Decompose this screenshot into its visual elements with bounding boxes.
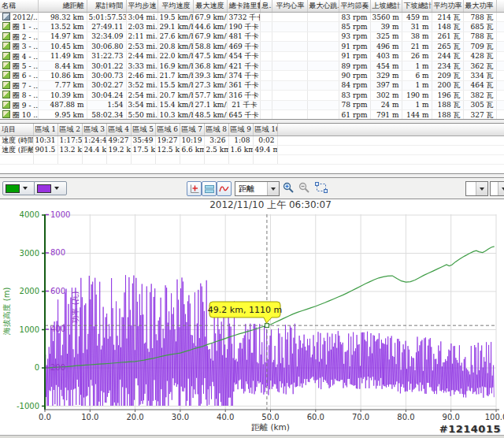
tooltip-text: 49.2 km, 1110 m xyxy=(208,305,282,315)
table-row[interactable]: 圈 6 - ...10.86 km30:00.732:46 mi...21.7 … xyxy=(0,71,504,80)
lap-cell xyxy=(307,80,339,90)
line-graph-button[interactable] xyxy=(217,181,232,196)
column-header[interactable]: 總卡路里數 xyxy=(227,0,260,13)
column-header[interactable]: 區域 6 xyxy=(155,124,180,136)
lap-cell xyxy=(307,100,339,110)
x-tick-label: 30.0 xyxy=(172,413,189,421)
column-header[interactable]: 總距離 xyxy=(38,0,87,13)
table-row[interactable]: 速度 (時間)10:311:17:521:24:4749:2735:4919:2… xyxy=(0,136,504,146)
lap-cell: 261 瓦 xyxy=(432,32,463,41)
empty-cell xyxy=(57,155,82,165)
column-header[interactable]: 上坡總計 xyxy=(370,0,402,13)
lap-cell: 58:02.34 xyxy=(87,110,126,119)
lap-cell: 645 千卡 xyxy=(227,110,260,119)
lap-cell: 26 m xyxy=(402,51,432,61)
column-header[interactable]: 平均功率 xyxy=(432,0,463,13)
column-header[interactable]: 區域 2 xyxy=(57,124,82,136)
column-header[interactable]: 項目 xyxy=(0,124,33,136)
column-header[interactable]: 平均步速 xyxy=(126,0,158,13)
elevation-power-chart[interactable]: -10000100020003000400020040060080010000.… xyxy=(0,199,504,435)
lap-cell: 78 rpm xyxy=(339,100,370,110)
elevation-tick-label: 1000 xyxy=(20,325,39,334)
lap-name: 圈 1 - ... xyxy=(13,23,38,31)
lap-cell xyxy=(272,22,307,32)
lap-cell: 3:52 mi... xyxy=(126,80,158,90)
zone-cell: 1:08 xyxy=(228,136,253,146)
zoom-in-button[interactable] xyxy=(283,182,295,194)
lap-cell: 83 rpm xyxy=(339,91,370,100)
extra-combo-2[interactable] xyxy=(490,181,504,196)
lap-header-row: 名稱總距離累計時間平均步速平均速度最大速度總卡路里數息...平均心率最大心跳..… xyxy=(0,0,504,13)
lap-cell: 685 瓦 xyxy=(463,22,496,32)
power-color-swatch xyxy=(37,184,51,193)
column-header[interactable]: 區域 4 xyxy=(106,124,131,136)
table-row[interactable]: 圈 8 - ...10.39 km30:04.242:54 mi...20.7 … xyxy=(0,91,504,100)
column-header[interactable]: 最大功率 xyxy=(463,0,496,13)
column-header[interactable]: 平均節奏 xyxy=(339,0,370,13)
lap-cell: 454 千卡 xyxy=(227,51,260,61)
lap-name-cell: 圈 1 - ... xyxy=(0,22,38,32)
lap-cell: 16.9 km/h xyxy=(158,61,193,71)
power-color-button[interactable] xyxy=(34,181,67,195)
table-row[interactable]: 圈 10 ...9.95 km58:02.345:50 mi...10.3 km… xyxy=(0,110,504,119)
extra-combo-1[interactable] xyxy=(465,181,488,196)
table-row[interactable]: 2012/...98.32 km5:01:57.533:04 mi...19.5… xyxy=(0,13,504,22)
x-tick-label: 90.0 xyxy=(443,413,460,421)
lap-cell: 361 千卡 xyxy=(227,80,260,90)
column-header[interactable]: 平均心率 xyxy=(272,0,307,13)
table-row[interactable]: 圈 1 - ...13.52 km27:49.112:03 mi...29.1 … xyxy=(0,22,504,32)
lap-cell: 2:53 mi... xyxy=(126,42,158,51)
empty-cell xyxy=(0,155,33,165)
table-row[interactable]: 圈 9 - ...487.88 m1:543:54 mi...15.4 km/h… xyxy=(0,100,504,110)
column-header[interactable]: 名稱 xyxy=(0,0,38,13)
crosshair-mode-button[interactable] xyxy=(187,181,202,196)
column-header[interactable]: 區域 8 xyxy=(204,124,228,136)
lap-cell-filler xyxy=(496,71,504,80)
column-header[interactable]: 平均速度 xyxy=(158,0,193,13)
zoom-out-button[interactable] xyxy=(298,182,310,194)
table-row[interactable]: 圈 3 - ...10.45 km30:06.802:53 mi...20.8 … xyxy=(0,42,504,51)
column-header[interactable]: 區域 9 xyxy=(228,124,253,136)
power-series xyxy=(45,275,494,406)
lap-cell: 2:11 mi... xyxy=(126,32,158,41)
column-header[interactable]: 區域 1 xyxy=(33,124,57,136)
zoom-selection-button[interactable] xyxy=(315,182,328,193)
x-axis-mode-combo[interactable]: 距離 xyxy=(235,181,280,196)
table-row[interactable]: 速度 (距離)901.5 m13.2 km24.4 km19.2 km17.5 … xyxy=(0,146,504,155)
elevation-tick-label: 2000 xyxy=(20,287,39,295)
column-header[interactable]: 最大速度 xyxy=(193,0,227,13)
column-header[interactable]: 下坡總計 xyxy=(402,0,432,13)
lap-cell: 2:46 mi... xyxy=(126,71,158,80)
lap-cell xyxy=(272,80,307,90)
lap-cell: 234 瓦 xyxy=(432,61,463,71)
lap-cell: 327 瓦 xyxy=(463,110,496,119)
table-row[interactable]: 圈 4 - ...11.49 km31:22.732:44 mi...22.0 … xyxy=(0,51,504,61)
zone-header-row: 項目區域 1區域 2區域 3區域 4區域 5區域 6區域 7區域 8區域 9區域… xyxy=(0,124,504,136)
zones-view-button[interactable] xyxy=(202,181,217,196)
column-header[interactable]: 區域 5 xyxy=(131,124,155,136)
lap-cell: 265 瓦 xyxy=(432,42,463,51)
lap-cell: 11.49 km xyxy=(38,51,87,61)
column-header[interactable]: 區域 10 xyxy=(253,124,277,136)
x-tick-label: 10.0 xyxy=(81,413,98,421)
column-header[interactable]: 息... xyxy=(260,0,272,13)
column-header[interactable]: 區域 7 xyxy=(180,124,204,136)
table-row[interactable]: 圈 2 - ...14.97 km32:34.092:11 mi...27.6 … xyxy=(0,32,504,41)
lap-cell: 67.9 km/h xyxy=(193,13,227,22)
elevation-color-button[interactable] xyxy=(2,181,35,195)
column-header[interactable]: 區域 3 xyxy=(82,124,106,136)
table-row[interactable]: 圈 5 - ...8.44 km30:01.223:33 mi...16.9 k… xyxy=(0,61,504,71)
lap-cell: 188 瓦 xyxy=(432,100,463,110)
lap-cell xyxy=(272,100,307,110)
lap-cell xyxy=(272,61,307,71)
chevron-down-icon xyxy=(23,187,28,190)
lap-icon xyxy=(2,91,10,98)
table-row[interactable]: 圈 7 - ...7.77 km30:02.273:52 mi...15.5 k… xyxy=(0,80,504,90)
lap-cell: 19.5 km/h xyxy=(158,13,193,22)
lap-cell: 496 m xyxy=(370,42,402,51)
lap-cell xyxy=(307,110,339,119)
column-header[interactable]: 累計時間 xyxy=(87,0,126,13)
lap-cell: 302 m xyxy=(370,91,402,100)
column-header[interactable]: 最大心跳... xyxy=(307,0,339,13)
chart-area[interactable]: -10000100020003000400020040060080010000.… xyxy=(0,199,504,435)
